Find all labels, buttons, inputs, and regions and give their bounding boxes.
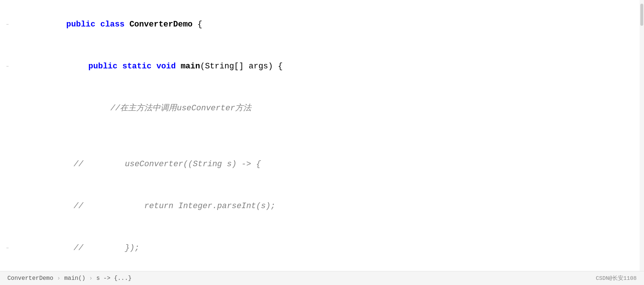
kw-public2: public	[88, 62, 122, 71]
code-line-2: − public static void main(String[] args)…	[0, 46, 644, 88]
breadcrumb-area: ConverterDemo › main() › s -> {...}	[7, 275, 132, 282]
kw-void: void	[156, 62, 181, 71]
line-code-7: // });	[15, 227, 139, 269]
code-line-4	[0, 129, 644, 143]
code-editor: − public class ConverterDemo { − public …	[0, 0, 644, 285]
breadcrumb-sep-2: ›	[89, 275, 93, 282]
line-code-1: public class ConverterDemo {	[15, 4, 202, 46]
kw-public: public	[66, 20, 100, 29]
breadcrumb-class[interactable]: ConverterDemo	[7, 275, 53, 282]
line-code-8	[15, 269, 22, 271]
comment-5-content: useConverter((String s) -> {	[105, 160, 261, 169]
code-line-6: // return Integer.parseInt(s);	[0, 185, 644, 227]
code-line-5: // useConverter((String s) -> {	[0, 143, 644, 185]
kw-class: class	[100, 20, 129, 29]
comment-7-content: });	[105, 243, 139, 253]
line-code-5: // useConverter((String s) -> {	[15, 143, 261, 185]
branding: CSDN@长安1108	[596, 275, 637, 282]
method-main: main	[181, 62, 200, 71]
code-line-8	[0, 269, 644, 271]
fold-icon-2[interactable]: −	[4, 63, 11, 70]
code-area: − public class ConverterDemo { − public …	[0, 0, 644, 271]
code-content: − public class ConverterDemo { − public …	[0, 0, 644, 271]
fold-icon-7[interactable]: −	[4, 245, 11, 252]
scrollbar[interactable]	[640, 0, 644, 271]
line-code-6: // return Integer.parseInt(s);	[15, 185, 276, 227]
comment-5-prefix: //	[74, 160, 83, 169]
line-code-4	[15, 129, 22, 143]
breadcrumb-method[interactable]: main()	[64, 275, 85, 282]
breadcrumb-lambda[interactable]: s -> {...}	[96, 275, 132, 282]
kw-static: static	[122, 62, 156, 71]
code-line-3: //在主方法中调用useConverter方法	[0, 88, 644, 129]
breadcrumb-sep-1: ›	[57, 275, 61, 282]
brace-open: {	[192, 20, 202, 29]
gutter-1: −	[0, 21, 15, 28]
comment-6-content: return Integer.parseInt(s);	[105, 202, 275, 211]
gutter-2: −	[0, 63, 15, 70]
status-bar: ConverterDemo › main() › s -> {...} CSDN…	[0, 271, 644, 285]
comment-3: //在主方法中调用useConverter方法	[110, 104, 251, 113]
line-code-2: public static void main(String[] args) {	[15, 46, 283, 88]
comment-6-prefix: //	[74, 202, 83, 211]
main-params: (String[] args) {	[200, 62, 283, 71]
comment-7-prefix: //	[74, 243, 83, 253]
code-line-7: − // });	[0, 227, 644, 269]
code-line-1: − public class ConverterDemo {	[0, 4, 644, 46]
class-name: ConverterDemo	[130, 20, 193, 29]
scrollbar-thumb[interactable]	[640, 4, 643, 26]
fold-icon-1[interactable]: −	[4, 21, 11, 28]
gutter-7: −	[0, 245, 15, 252]
line-code-3: //在主方法中调用useConverter方法	[15, 88, 251, 129]
